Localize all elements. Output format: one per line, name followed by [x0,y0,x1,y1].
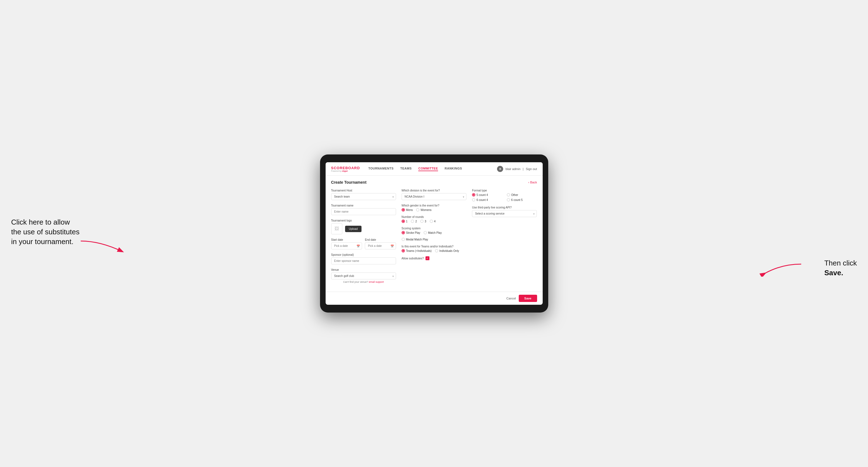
event-individuals-radio[interactable] [435,249,438,252]
start-date-label: Start date [331,238,362,241]
gender-radio-group: Mens Womens [402,208,466,212]
nav-committee[interactable]: COMMITTEE [418,167,438,171]
division-label: Which division is the event for? [402,189,466,192]
scoring-group: Scoring system Stroke Play Match Play [402,227,466,241]
start-date-group: Start date 📅 [331,238,362,249]
event-teams-radio[interactable] [402,249,405,252]
format-options-grid: 5 count 4 Other 6 count 4 [472,193,537,201]
scoring-api-select[interactable]: Select a scoring service [472,210,537,217]
sponsor-group: Sponsor (optional) [331,253,396,264]
allow-substitutes-group: Allow substitutes? ✓ [402,256,466,260]
round-2-radio[interactable] [411,220,414,223]
format-other[interactable]: Other [507,193,537,196]
scoring-match[interactable]: Match Play [424,231,442,234]
allow-substitutes-label: Allow substitutes? [402,257,424,260]
outer-wrapper: Click here to allow the use of substitut… [11,154,857,313]
nav-teams[interactable]: TEAMS [400,167,412,171]
format-group: Format type 5 count 4 Other [472,189,537,201]
venue-wrapper: Search golf club [331,273,396,279]
round-3-radio[interactable] [420,220,424,223]
nav-links: TOURNAMENTS TEAMS COMMITTEE RANKINGS [368,167,497,171]
nav-tournaments[interactable]: TOURNAMENTS [368,167,394,171]
gender-mens[interactable]: Mens [402,208,413,212]
calendar-icon-end: 📅 [391,244,394,247]
event-individuals[interactable]: Individuals Only [435,249,459,252]
end-date-group: End date 📅 [365,238,396,249]
nav-rankings[interactable]: RANKINGS [445,167,462,171]
right-arrow [760,260,804,278]
save-button[interactable]: Save [519,295,537,302]
sponsor-input[interactable] [331,257,396,264]
left-annotation: Click here to allow the use of substitut… [11,217,81,247]
venue-group: Venue Search golf club Can't find your v… [331,268,396,283]
start-date-wrapper: 📅 [331,242,362,249]
email-support-link[interactable]: email support [369,281,384,283]
format-6count4[interactable]: 6 count 4 [472,198,502,201]
format-other-radio[interactable] [507,193,510,196]
gender-mens-radio[interactable] [402,208,405,212]
tournament-host-select[interactable]: Search team [331,193,396,200]
venue-help: Can't find your venue? email support [331,281,396,283]
avatar: B [497,166,503,172]
rounds-radio-group: 1 2 3 [402,220,466,223]
format-6count4-radio[interactable] [472,198,475,201]
format-6count5-radio[interactable] [507,198,510,201]
tournament-name-label: Tournament name [331,204,396,207]
division-select[interactable]: NCAA Division I [402,193,466,200]
page-title: Create Tournament [331,180,367,185]
event-type-radio-group: Teams (+Individuals) Individuals Only [402,249,466,252]
event-teams[interactable]: Teams (+Individuals) [402,249,432,252]
rounds-group: Number of rounds 1 2 [402,215,466,223]
rounds-label: Number of rounds [402,215,466,218]
scoring-api-label: Use third-party live scoring API? [472,206,537,209]
tournament-host-wrapper: Search team [331,193,396,200]
allow-substitutes-checkbox[interactable]: ✓ [426,256,429,260]
venue-select[interactable]: Search golf club [331,273,396,279]
tablet-screen: SCOREBOARD Powered by clippd TOURNAMENTS… [326,162,543,305]
tournament-host-label: Tournament Host [331,189,396,192]
scoring-api-wrapper: Select a scoring service [472,210,537,217]
end-date-wrapper: 📅 [365,242,396,249]
form-col-3: Format type 5 count 4 Other [472,189,537,287]
calendar-icon-start: 📅 [356,244,360,247]
gender-womens[interactable]: Womens [416,208,431,212]
tournament-host-group: Tournament Host Search team [331,189,396,200]
gender-label: Which gender is the event for? [402,204,466,207]
format-5count4-radio[interactable] [472,193,475,196]
nav-user: B blair admin | Sign out [497,166,537,172]
round-1-radio[interactable] [402,220,405,223]
cancel-button[interactable]: Cancel [506,297,516,300]
scoring-radio-group: Stroke Play Match Play Medal Match Play [402,231,466,241]
sign-out-link[interactable]: Sign out [526,167,537,170]
date-group: Start date 📅 End date [331,238,396,249]
user-name: blair admin [505,167,520,170]
tablet-device: SCOREBOARD Powered by clippd TOURNAMENTS… [320,154,548,313]
format-6count5[interactable]: 6 count 5 [507,198,537,201]
back-link[interactable]: ‹ Back [528,181,537,184]
page-footer: Cancel Save [326,292,543,305]
round-1[interactable]: 1 [402,220,408,223]
scoring-stroke[interactable]: Stroke Play [402,231,420,234]
scoring-stroke-radio[interactable] [402,231,405,234]
division-wrapper: NCAA Division I [402,193,466,200]
round-4[interactable]: 4 [430,220,436,223]
scoring-match-radio[interactable] [424,231,427,234]
round-2[interactable]: 2 [411,220,417,223]
date-row: Start date 📅 End date [331,238,396,249]
tournament-logo-label: Tournament logo [331,219,396,222]
logo-powered: Powered by clippd [331,170,360,172]
gender-womens-radio[interactable] [416,208,420,212]
right-annotation: Then click Save. [824,258,857,278]
format-5count4[interactable]: 5 count 4 [472,193,502,196]
tournament-name-input[interactable] [331,208,396,215]
upload-button[interactable]: Upload [345,226,362,232]
scoring-medal-radio[interactable] [402,238,405,241]
scoring-medal[interactable]: Medal Match Play [402,238,428,241]
event-type-label: Is this event for Teams and/or Individua… [402,245,466,248]
round-4-radio[interactable] [430,220,433,223]
form-grid: Tournament Host Search team Tournament n… [331,189,537,287]
page-header: Create Tournament ‹ Back [331,180,537,185]
round-3[interactable]: 3 [420,220,426,223]
form-col-2: Which division is the event for? NCAA Di… [402,189,466,287]
division-group: Which division is the event for? NCAA Di… [402,189,466,200]
